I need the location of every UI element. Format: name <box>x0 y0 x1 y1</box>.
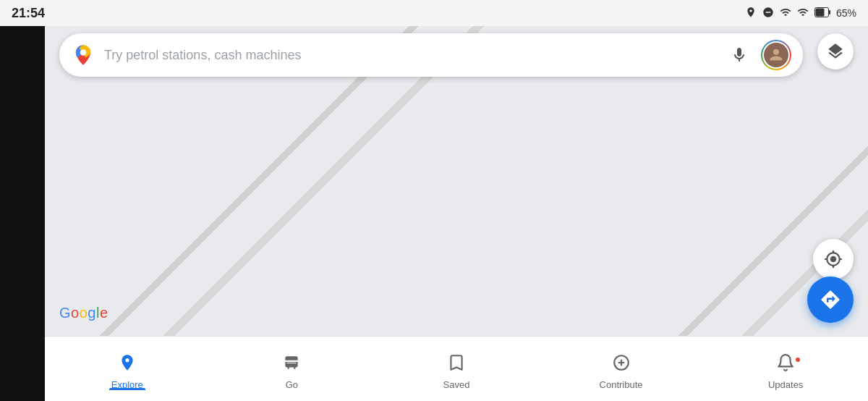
status-bar: 21:54 65% <box>0 0 868 26</box>
search-placeholder: Try petrol stations, cash machines <box>104 48 726 63</box>
maps-logo-icon <box>71 43 95 67</box>
my-location-icon <box>824 250 843 269</box>
search-bar[interactable]: Try petrol stations, cash machines <box>59 33 803 77</box>
location-button[interactable] <box>813 239 854 279</box>
wifi-status-icon <box>780 7 791 20</box>
updates-label: Updates <box>768 379 803 390</box>
layers-button[interactable] <box>817 33 854 69</box>
signal-status-icon <box>797 7 809 20</box>
battery-percentage: 65% <box>836 7 856 19</box>
microphone-icon[interactable] <box>726 42 752 68</box>
google-watermark: Google <box>59 305 109 321</box>
svg-point-3 <box>80 49 87 56</box>
avatar-image <box>764 43 788 67</box>
nav-item-saved[interactable]: Saved <box>374 347 539 390</box>
explore-icon <box>118 353 137 376</box>
layers-icon <box>826 42 845 61</box>
dnd-status-icon <box>762 7 774 20</box>
go-label: Go <box>286 379 298 390</box>
nav-item-updates[interactable]: Updates <box>703 347 868 390</box>
status-icons: 65% <box>745 7 856 20</box>
contribute-label: Contribute <box>600 379 643 390</box>
svg-rect-1 <box>829 10 830 14</box>
location-status-icon <box>745 7 757 20</box>
user-avatar[interactable] <box>761 40 791 70</box>
status-time: 21:54 <box>12 6 45 21</box>
bottom-nav: Explore Go Saved Contribute <box>45 336 868 401</box>
nav-item-explore[interactable]: Explore <box>45 347 210 390</box>
contribute-icon <box>612 353 631 376</box>
directions-icon <box>820 289 841 311</box>
nav-item-contribute[interactable]: Contribute <box>539 347 704 390</box>
battery-status-icon <box>814 7 830 20</box>
navigation-fab[interactable] <box>807 277 854 323</box>
saved-icon <box>447 353 466 376</box>
saved-label: Saved <box>443 379 470 390</box>
svg-rect-2 <box>815 8 824 16</box>
left-sidebar <box>0 0 45 401</box>
updates-badge <box>794 356 801 363</box>
bell-icon <box>776 353 795 372</box>
updates-icon-wrapper <box>776 353 795 376</box>
go-icon <box>282 353 301 376</box>
google-g: G <box>59 305 71 321</box>
explore-label: Explore <box>111 379 143 390</box>
nav-item-go[interactable]: Go <box>210 347 375 390</box>
